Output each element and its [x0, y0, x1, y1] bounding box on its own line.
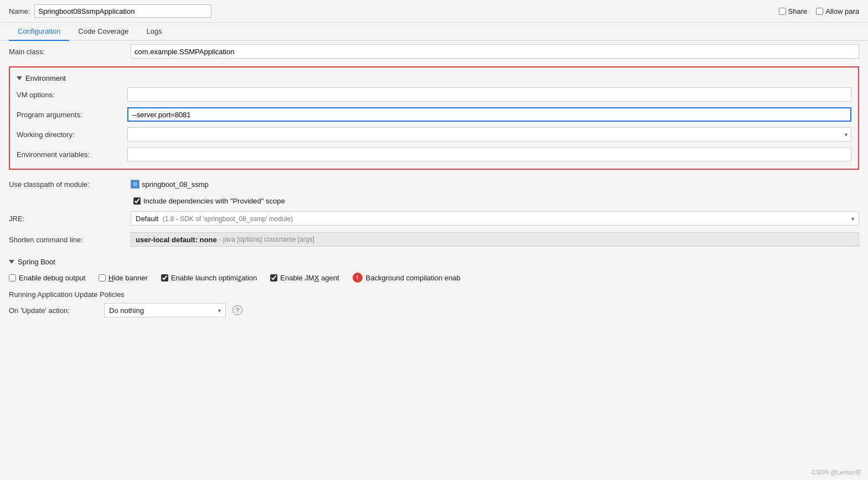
share-checkbox-label[interactable]: Share	[779, 7, 808, 15]
hide-banner-label[interactable]: Hide banner	[99, 274, 148, 282]
working-directory-select[interactable]: ▾	[127, 127, 851, 142]
hide-banner-text: Hide banner	[108, 274, 148, 282]
module-icon	[131, 180, 140, 189]
use-classpath-row: Use classpath of module: springboot_08_s…	[0, 174, 868, 194]
tab-code-coverage[interactable]: Code Coverage	[69, 23, 137, 41]
module-value: springboot_08_ssmp	[131, 180, 209, 189]
enable-debug-label[interactable]: Enable debug output	[9, 274, 85, 282]
background-compilation-text: Background compilation enab	[366, 274, 461, 282]
working-directory-arrow-icon: ▾	[845, 132, 848, 138]
enable-debug-text: Enable debug output	[19, 274, 85, 282]
include-deps-row: Include dependencies with "Provided" sco…	[0, 194, 868, 208]
enable-jmx-label[interactable]: Enable JMX agent	[270, 274, 339, 282]
jre-value: Default (1.8 - SDK of 'springboot_08_ssm…	[136, 215, 293, 223]
vm-options-input[interactable]	[127, 87, 851, 102]
enable-jmx-checkbox[interactable]	[270, 274, 277, 281]
env-variables-input[interactable]	[127, 147, 851, 161]
environment-section: Environment VM options: Program argument…	[9, 66, 859, 170]
watermark: CSDN @Lemon苦	[812, 468, 861, 477]
working-directory-label: Working directory:	[17, 131, 127, 139]
update-policies-section: Running Application Update Policies On '…	[0, 286, 868, 322]
on-update-value: Do nothing	[109, 306, 144, 315]
header-bar: Name: Share Allow para	[0, 0, 868, 23]
program-arguments-input[interactable]	[127, 107, 851, 122]
name-label: Name:	[9, 7, 30, 15]
question-icon[interactable]: ?	[232, 305, 242, 315]
include-deps-checkbox[interactable]	[133, 197, 141, 205]
include-deps-label: Include dependencies with "Provided" sco…	[143, 197, 285, 205]
vm-options-row: VM options:	[10, 85, 858, 105]
on-update-label: On 'Update' action:	[9, 306, 97, 315]
svg-rect-2	[133, 182, 137, 186]
tab-logs[interactable]: Logs	[137, 23, 170, 41]
shorten-value: user-local default: none - java [options…	[131, 232, 859, 247]
jre-dropdown-icon: ▾	[851, 216, 854, 222]
allow-para-checkbox[interactable]	[816, 8, 823, 15]
hide-banner-checkbox[interactable]	[99, 274, 106, 281]
on-update-row: On 'Update' action: Do nothing ▾ ?	[9, 301, 859, 320]
jre-label: JRE:	[9, 215, 131, 223]
share-label: Share	[788, 7, 808, 15]
shorten-command-row: Shorten command line: user-local default…	[0, 229, 868, 250]
spring-boot-options-row: Enable debug output Hide banner Enable l…	[9, 269, 859, 286]
spring-boot-header: Spring Boot	[9, 254, 859, 269]
enable-launch-text: Enable launch optimization	[171, 274, 257, 282]
working-directory-row: Working directory: ▾	[10, 124, 858, 144]
env-variables-label: Environment variables:	[17, 150, 127, 159]
main-window: Name: Share Allow para Configuration Cod…	[0, 0, 868, 480]
env-variables-row: Environment variables:	[10, 144, 858, 164]
enable-jmx-text: Enable JMX agent	[280, 274, 339, 282]
error-icon: !	[353, 273, 363, 283]
allow-para-checkbox-label[interactable]: Allow para	[816, 7, 859, 15]
header-right: Share Allow para	[779, 7, 859, 15]
jre-select[interactable]: Default (1.8 - SDK of 'springboot_08_ssm…	[131, 211, 859, 226]
name-input[interactable]	[34, 4, 211, 18]
environment-collapse-icon[interactable]	[17, 76, 22, 80]
update-policies-title: Running Application Update Policies	[9, 288, 859, 301]
environment-title: Environment	[25, 74, 66, 82]
name-row: Name:	[9, 4, 211, 18]
spring-boot-collapse-icon[interactable]	[9, 260, 14, 264]
enable-launch-label[interactable]: Enable launch optimization	[161, 274, 257, 282]
enable-launch-checkbox[interactable]	[161, 274, 168, 281]
shorten-label: Shorten command line:	[9, 236, 131, 244]
background-compilation-row: ! Background compilation enab	[353, 273, 461, 283]
main-class-input[interactable]	[131, 44, 859, 59]
on-update-select[interactable]: Do nothing ▾	[104, 303, 226, 317]
tab-configuration[interactable]: Configuration	[9, 23, 69, 41]
spring-boot-section: Spring Boot Enable debug output Hide ban…	[0, 254, 868, 286]
program-arguments-row: Program arguments:	[10, 105, 858, 124]
module-name: springboot_08_ssmp	[142, 180, 209, 189]
enable-debug-checkbox[interactable]	[9, 274, 16, 281]
main-class-label: Main class:	[9, 48, 131, 56]
vm-options-label: VM options:	[17, 91, 127, 99]
content-area: Main class: Environment VM options: Prog…	[0, 41, 868, 322]
main-class-row: Main class:	[0, 41, 868, 62]
use-classpath-label: Use classpath of module:	[9, 180, 131, 189]
tabs-bar: Configuration Code Coverage Logs	[0, 23, 868, 41]
on-update-arrow-icon: ▾	[218, 307, 221, 314]
environment-header: Environment	[10, 72, 858, 85]
jre-row: JRE: Default (1.8 - SDK of 'springboot_0…	[0, 208, 868, 229]
share-checkbox[interactable]	[779, 8, 786, 15]
spring-boot-title: Spring Boot	[18, 258, 55, 266]
program-arguments-label: Program arguments:	[17, 111, 127, 119]
allow-para-label: Allow para	[825, 7, 859, 15]
